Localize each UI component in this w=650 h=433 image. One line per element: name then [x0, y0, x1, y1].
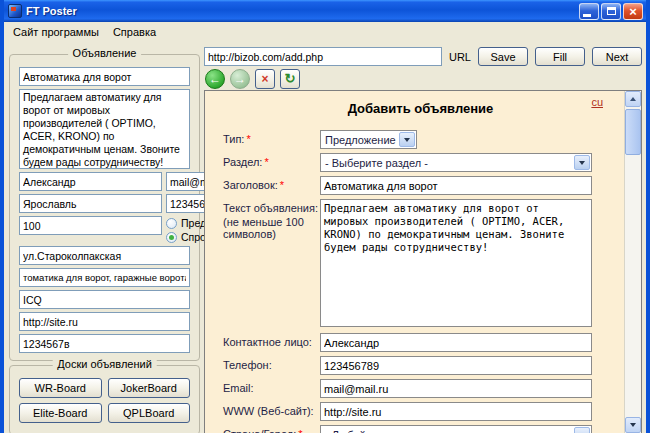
url-label: URL	[449, 51, 471, 63]
adtext-label: Текст объявления:	[223, 202, 318, 214]
sidebar: Объявление Предлагаем автоматику для вор…	[9, 50, 200, 433]
partial-link[interactable]: cu	[591, 96, 603, 108]
field-row-www: WWW (Веб-сайт):	[223, 402, 618, 421]
board-button-wr[interactable]: WR-Board	[19, 378, 102, 398]
field-row-adtext: Текст объявления:* (не меньше 100 символ…	[223, 199, 618, 327]
type-select-value: Предложение	[325, 134, 396, 146]
window-controls: ×	[579, 3, 643, 20]
boards-groupbox: Доски объявлений WR-Board JokerBoard Eli…	[9, 365, 200, 433]
ad-title-input[interactable]	[19, 67, 190, 86]
menubar: Сайт программы Справка	[4, 22, 646, 42]
contact-row	[19, 172, 190, 191]
page-scrollbar[interactable]	[624, 91, 641, 433]
field-row-email: Email:	[223, 379, 618, 398]
stop-button[interactable]: ×	[255, 69, 275, 89]
field-row-section: Раздел:* - Выберите раздел -	[223, 153, 618, 172]
web-form: Добавить объявление cu Тип:* Предложение…	[205, 91, 624, 433]
field-row-contact: Контактное лицо:	[223, 333, 618, 352]
ad-text-input[interactable]: Предлагаем автоматику для ворот от миров…	[19, 89, 190, 169]
required-marker: *	[264, 156, 268, 168]
contact-name-input[interactable]	[19, 172, 162, 191]
contact-label: Контактное лицо:	[223, 336, 312, 348]
required-marker: *	[246, 133, 250, 145]
email-input-page[interactable]	[320, 379, 592, 398]
number-input[interactable]	[19, 334, 190, 353]
next-button[interactable]: Next	[592, 47, 642, 66]
close-button[interactable]: ×	[623, 3, 643, 20]
url-toolbar: URL Save Fill Next	[204, 47, 642, 66]
browser-viewport: Добавить объявление cu Тип:* Предложение…	[204, 90, 642, 433]
heading-label: Заголовок:	[223, 179, 278, 191]
www-input[interactable]	[320, 402, 592, 421]
save-button[interactable]: Save	[478, 47, 528, 66]
adtext-note: (не меньше 100 символов)	[223, 216, 313, 240]
field-row-heading: Заголовок:*	[223, 176, 618, 195]
section-label: Раздел:	[223, 156, 262, 168]
boards-button-grid: WR-Board JokerBoard Elite-Board QPLBoard	[19, 378, 190, 423]
scrollbar-thumb[interactable]	[625, 109, 641, 155]
refresh-icon: ↻	[285, 71, 296, 86]
maximize-icon	[607, 7, 616, 15]
price-input[interactable]	[19, 216, 162, 235]
refresh-button[interactable]: ↻	[280, 69, 300, 89]
arrow-down-icon	[630, 423, 636, 427]
keywords-input[interactable]	[19, 268, 190, 287]
phone-input-page[interactable]	[320, 356, 592, 375]
titlebar[interactable]: FT Poster ×	[4, 0, 646, 22]
menu-site[interactable]: Сайт программы	[6, 24, 106, 40]
board-button-qpl[interactable]: QPLBoard	[108, 403, 191, 423]
field-row-region: Страна/Город:* - Любой регион -	[223, 425, 618, 433]
section-select[interactable]: - Выберите раздел -	[320, 153, 592, 172]
app-window: FT Poster × Сайт программы Справка Объяв…	[0, 0, 650, 433]
minimize-icon	[583, 14, 591, 17]
menu-help[interactable]: Справка	[106, 24, 163, 40]
region-select-value: - Любой регион -	[325, 429, 410, 433]
chevron-down-icon	[574, 155, 590, 170]
field-row-phone: Телефон:	[223, 356, 618, 375]
scroll-up-button[interactable]	[625, 91, 641, 107]
board-button-elite[interactable]: Elite-Board	[19, 403, 102, 423]
price-row: Предложение Спрос	[19, 216, 190, 243]
minimize-button[interactable]	[579, 3, 599, 20]
forward-icon: →	[234, 73, 246, 85]
contact-input[interactable]	[320, 333, 592, 352]
field-row-type: Тип:* Предложение	[223, 130, 618, 149]
back-button[interactable]: ←	[205, 69, 225, 89]
city-input[interactable]	[19, 194, 162, 213]
city-row	[19, 194, 190, 213]
url-input[interactable]	[204, 47, 442, 66]
radio-offer-dot	[166, 218, 177, 229]
stop-icon: ×	[261, 72, 268, 86]
required-marker: *	[298, 428, 302, 433]
arrow-up-icon	[630, 97, 636, 101]
required-marker: *	[280, 179, 284, 191]
adtext-textarea[interactable]: Предлагаем автоматику для ворот от миров…	[320, 199, 592, 327]
type-label: Тип:	[223, 133, 244, 145]
browser-nav: ← → × ↻	[205, 68, 300, 89]
chevron-down-icon	[574, 427, 590, 433]
page-title: Добавить объявление	[223, 101, 618, 116]
ad-groupbox: Объявление Предлагаем автоматику для вор…	[9, 54, 200, 361]
radio-demand-dot	[166, 232, 177, 243]
board-button-joker[interactable]: JokerBoard	[108, 378, 191, 398]
window-title: FT Poster	[26, 5, 77, 17]
section-select-value: - Выберите раздел -	[325, 157, 428, 169]
heading-input[interactable]	[320, 176, 592, 195]
chevron-down-icon	[399, 132, 415, 147]
boards-group-title: Доски объявлений	[52, 358, 157, 370]
website-input[interactable]	[19, 312, 190, 331]
scroll-down-button[interactable]	[625, 417, 641, 433]
region-select[interactable]: - Любой регион -	[320, 425, 592, 433]
www-label: WWW (Веб-сайт):	[223, 405, 314, 417]
fill-button[interactable]: Fill	[535, 47, 585, 66]
icq-input[interactable]	[19, 290, 190, 309]
region-label: Страна/Город:	[223, 428, 296, 433]
app-icon	[8, 4, 22, 18]
ad-group-title: Объявление	[68, 47, 142, 59]
phone-label: Телефон:	[223, 359, 272, 371]
address-input[interactable]	[19, 246, 190, 265]
back-icon: ←	[209, 73, 221, 85]
maximize-button[interactable]	[601, 3, 621, 20]
type-select[interactable]: Предложение	[320, 130, 417, 149]
forward-button[interactable]: →	[230, 69, 250, 89]
